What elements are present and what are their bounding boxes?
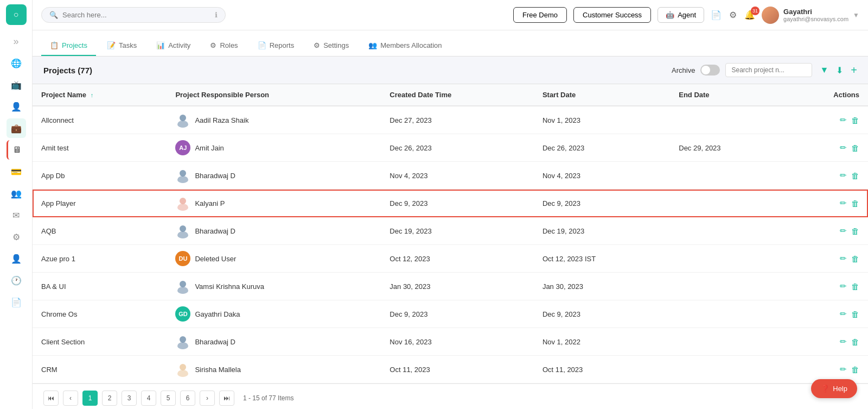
user2-icon[interactable]: 👤: [7, 249, 26, 268]
projects-table: Project Name ↑ Project Responsible Perso…: [33, 84, 868, 383]
table-row: CRMSirisha MallelaOct 11, 2023Oct 11, 20…: [33, 356, 868, 383]
prev-page-button[interactable]: ‹: [63, 391, 78, 406]
svg-point-12: [180, 364, 186, 370]
help-button[interactable]: ❓ Help: [811, 379, 857, 398]
page-5-button[interactable]: 5: [161, 391, 176, 406]
delete-button[interactable]: 🗑: [851, 171, 859, 180]
sort-icon: ↑: [91, 92, 94, 98]
topbar-icons: 📄 ⚙ 🔔 31: [711, 10, 755, 20]
tab-settings[interactable]: ⚙ Settings: [305, 36, 358, 56]
end-date-cell: [670, 328, 784, 356]
edit-button[interactable]: ✏: [840, 198, 847, 208]
edit-button[interactable]: ✏: [840, 309, 847, 319]
filter-icon[interactable]: ▼: [820, 65, 828, 75]
person-avatar: [175, 168, 190, 183]
start-date-cell: Nov 1, 2023: [534, 106, 670, 134]
project-name-cell: CRM: [33, 356, 167, 383]
person-avatar: AJ: [175, 140, 190, 155]
monitor-icon[interactable]: 📺: [7, 75, 26, 95]
responsible-name: Gayathri Daka: [195, 310, 240, 318]
search-input[interactable]: [62, 11, 210, 19]
col-responsible: Project Responsible Person: [167, 84, 381, 106]
page-1-button[interactable]: 1: [82, 391, 98, 406]
user-menu[interactable]: Gayathri gayathri@snovasys.com ▼: [762, 7, 859, 24]
gear-icon[interactable]: ⚙: [7, 227, 26, 247]
delete-button[interactable]: 🗑: [851, 309, 859, 319]
projects-header: Projects (77) Archive ▼ ⬇ +: [33, 56, 868, 84]
page-6-button[interactable]: 6: [180, 391, 195, 406]
delete-button[interactable]: 🗑: [851, 254, 859, 263]
col-project-name[interactable]: Project Name ↑: [33, 84, 167, 106]
tasks-tab-icon: 📝: [107, 41, 116, 49]
project-search-input[interactable]: [725, 63, 812, 77]
responsible-cell: Bharadwaj D: [167, 217, 381, 245]
page-4-button[interactable]: 4: [141, 391, 156, 406]
group-icon[interactable]: 👥: [7, 184, 26, 203]
next-page-button[interactable]: ›: [200, 391, 215, 406]
edit-button[interactable]: ✏: [840, 115, 847, 125]
last-page-button[interactable]: ⏭: [219, 391, 234, 406]
settings-icon[interactable]: ⚙: [729, 10, 737, 20]
delete-button[interactable]: 🗑: [851, 226, 859, 236]
person-avatar: [175, 279, 190, 294]
responsible-name: Amit Jain: [195, 144, 224, 152]
notification-icon[interactable]: 🔔 31: [744, 10, 755, 20]
desktop-icon[interactable]: 🖥: [7, 140, 26, 160]
doc-icon[interactable]: 📄: [7, 292, 26, 312]
responsible-name: Vamsi Krishna Kuruva: [195, 282, 264, 291]
responsible-name: Deleted User: [195, 255, 236, 263]
download-icon[interactable]: ⬇: [836, 65, 843, 75]
person-icon[interactable]: 👤: [7, 97, 26, 116]
edit-button[interactable]: ✏: [840, 226, 847, 236]
delete-button[interactable]: 🗑: [851, 143, 859, 153]
tab-members[interactable]: 👥 Members Allocation: [360, 36, 450, 56]
actions-cell: ✏ 🗑: [784, 273, 868, 300]
mail-icon[interactable]: ✉: [7, 205, 26, 225]
responsible-name: Kalyani P: [195, 199, 225, 207]
responsible-cell: Aadil Raza Shaik: [167, 106, 381, 134]
tab-roles[interactable]: ⚙ Roles: [201, 36, 246, 56]
briefcase-icon[interactable]: 💼: [7, 118, 26, 138]
document-icon[interactable]: 📄: [711, 10, 722, 20]
topbar: 🔍 ℹ Free Demo Customer Success 🤖 Agent 📄…: [33, 0, 868, 30]
edit-button[interactable]: ✏: [840, 337, 847, 347]
app-logo[interactable]: ○: [6, 4, 27, 25]
delete-button[interactable]: 🗑: [851, 364, 859, 374]
edit-button[interactable]: ✏: [840, 281, 847, 291]
edit-button[interactable]: ✏: [840, 364, 847, 374]
agent-icon: 🤖: [666, 11, 674, 19]
col-end: End Date: [670, 84, 784, 106]
edit-button[interactable]: ✏: [840, 254, 847, 263]
agent-button[interactable]: 🤖 Agent: [658, 7, 704, 23]
pagination: ⏮ ‹ 1 2 3 4 5 6 › ⏭ 1 - 15 of 77 Items: [33, 383, 868, 409]
edit-button[interactable]: ✏: [840, 171, 847, 180]
expand-icon[interactable]: »: [7, 32, 26, 51]
free-demo-button[interactable]: Free Demo: [513, 7, 567, 23]
delete-button[interactable]: 🗑: [851, 115, 859, 125]
delete-button[interactable]: 🗑: [851, 198, 859, 208]
archive-toggle[interactable]: [700, 65, 720, 75]
add-project-button[interactable]: +: [851, 64, 857, 77]
col-start: Start Date: [534, 84, 670, 106]
clock-icon[interactable]: 🕐: [7, 270, 26, 290]
search-bar[interactable]: 🔍 ℹ: [41, 7, 226, 23]
svg-point-8: [180, 281, 186, 287]
tab-projects[interactable]: 📋 Projects: [41, 36, 96, 56]
card-icon[interactable]: 💳: [7, 162, 26, 181]
tab-activity[interactable]: 📊 Activity: [148, 36, 199, 56]
delete-button[interactable]: 🗑: [851, 281, 859, 291]
roles-tab-icon: ⚙: [210, 41, 216, 49]
edit-button[interactable]: ✏: [840, 143, 847, 153]
page-2-button[interactable]: 2: [102, 391, 117, 406]
svg-point-7: [177, 231, 188, 238]
responsible-cell: AJAmit Jain: [167, 134, 381, 162]
tab-tasks[interactable]: 📝 Tasks: [98, 36, 145, 56]
customer-success-button[interactable]: Customer Success: [573, 7, 651, 23]
help-icon: ❓: [821, 385, 829, 393]
tab-reports[interactable]: 📄 Reports: [249, 36, 303, 56]
first-page-button[interactable]: ⏮: [43, 391, 59, 406]
delete-button[interactable]: 🗑: [851, 337, 859, 347]
page-3-button[interactable]: 3: [122, 391, 137, 406]
globe-icon[interactable]: 🌐: [7, 53, 26, 73]
created-date-cell: Dec 9, 2023: [381, 190, 534, 217]
